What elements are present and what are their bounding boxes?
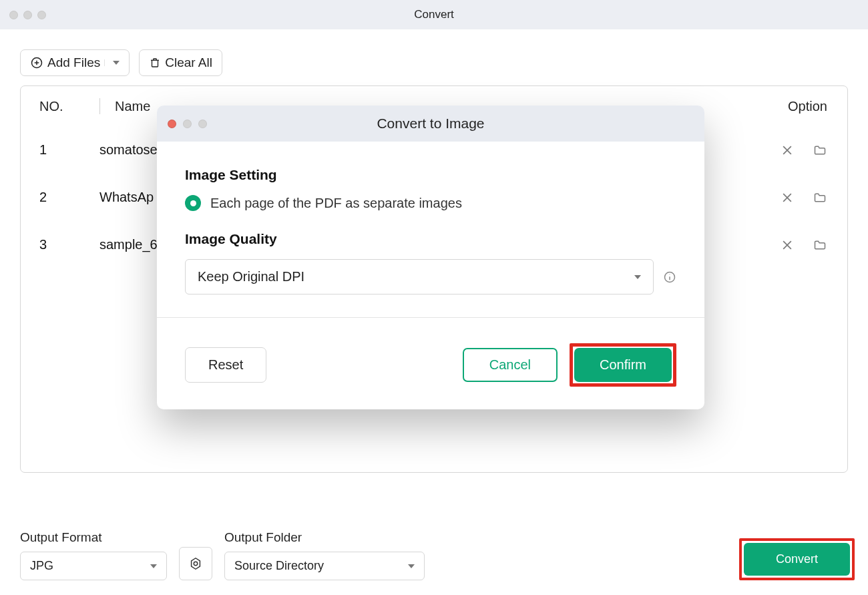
output-folder-group: Output Folder Source Directory (224, 530, 425, 580)
cancel-button[interactable]: Cancel (463, 348, 558, 382)
svg-point-12 (194, 562, 198, 566)
svg-marker-13 (408, 564, 415, 568)
maximize-window-icon[interactable] (37, 11, 46, 19)
add-files-label: Add Files (47, 55, 100, 70)
remove-row-icon[interactable] (781, 144, 794, 157)
chevron-down-icon (408, 563, 415, 570)
header-separator (99, 98, 100, 114)
footer: Output Format JPG Output Folder Source D… (20, 530, 855, 580)
output-format-label: Output Format (20, 530, 167, 545)
modal-traffic-lights (168, 120, 207, 128)
chevron-down-icon (150, 563, 157, 570)
confirm-highlight: Confirm (570, 343, 676, 387)
traffic-lights (9, 11, 46, 19)
confirm-button[interactable]: Confirm (574, 348, 672, 382)
image-quality-heading: Image Quality (185, 231, 676, 247)
minimize-window-icon[interactable] (23, 11, 32, 19)
convert-to-image-modal: Convert to Image Image Setting Each page… (157, 106, 704, 409)
modal-actions: Reset Cancel Confirm (157, 325, 704, 409)
folder-icon[interactable] (813, 191, 827, 204)
image-setting-heading: Image Setting (185, 167, 676, 183)
row-no: 1 (39, 142, 99, 158)
add-files-button[interactable]: Add Files (20, 49, 130, 76)
clear-all-label: Clear All (165, 55, 212, 70)
settings-button[interactable] (179, 547, 212, 580)
svg-marker-3 (113, 61, 120, 65)
reset-button[interactable]: Reset (185, 347, 266, 383)
cancel-label: Cancel (489, 357, 531, 372)
convert-label: Convert (776, 552, 818, 566)
confirm-label: Confirm (600, 357, 646, 372)
trash-icon (149, 57, 161, 69)
folder-icon[interactable] (813, 238, 827, 252)
image-setting-radio[interactable]: Each page of the PDF as separate images (185, 195, 676, 211)
header-no: NO. (39, 99, 99, 114)
output-folder-value: Source Directory (234, 559, 324, 573)
output-folder-select[interactable]: Source Directory (224, 552, 425, 580)
modal-titlebar: Convert to Image (157, 106, 704, 142)
output-format-value: JPG (30, 559, 53, 573)
svg-marker-14 (634, 275, 641, 279)
info-icon[interactable] (663, 270, 676, 284)
modal-separator (157, 317, 704, 318)
convert-button[interactable]: Convert (744, 543, 850, 576)
maximize-modal-icon[interactable] (198, 120, 207, 128)
modal-body: Image Setting Each page of the PDF as se… (157, 142, 704, 325)
output-format-select[interactable]: JPG (20, 552, 167, 580)
window-titlebar: Convert (0, 0, 868, 29)
clear-all-button[interactable]: Clear All (139, 49, 222, 76)
radio-label: Each page of the PDF as separate images (210, 196, 462, 211)
reset-label: Reset (208, 357, 243, 372)
output-folder-label: Output Folder (224, 530, 425, 545)
header-option: Option (740, 99, 834, 114)
remove-row-icon[interactable] (781, 191, 794, 204)
image-quality-select[interactable]: Keep Original DPI (185, 259, 654, 294)
plus-circle-icon (30, 56, 43, 69)
folder-icon[interactable] (813, 144, 827, 157)
modal-title: Convert to Image (157, 116, 704, 132)
row-no: 3 (39, 237, 99, 252)
image-quality-row: Keep Original DPI (185, 259, 676, 294)
row-no: 2 (39, 190, 99, 205)
chevron-down-icon (634, 274, 641, 280)
close-modal-icon[interactable] (168, 120, 176, 128)
close-window-icon[interactable] (9, 11, 18, 19)
chevron-down-icon (113, 59, 120, 66)
svg-marker-10 (150, 564, 157, 568)
radio-checked-icon (185, 195, 201, 211)
gear-icon (188, 556, 203, 571)
image-quality-value: Keep Original DPI (198, 269, 304, 284)
remove-row-icon[interactable] (781, 238, 794, 252)
svg-marker-11 (192, 558, 200, 570)
minimize-modal-icon[interactable] (183, 120, 192, 128)
toolbar: Add Files Clear All (0, 29, 868, 85)
button-divider (104, 59, 105, 66)
convert-highlight: Convert (739, 538, 855, 580)
window-title: Convert (0, 8, 868, 21)
output-format-group: Output Format JPG (20, 530, 167, 580)
